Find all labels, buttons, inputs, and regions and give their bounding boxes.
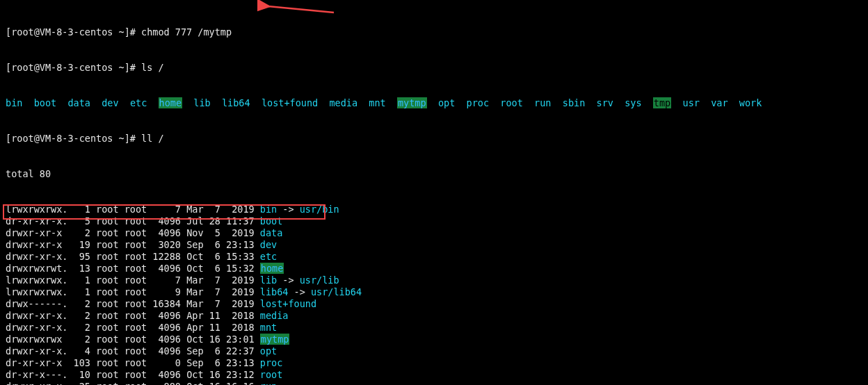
prompt-line-2: [root@VM-8-3-centos ~]# ls / <box>6 62 862 74</box>
ll-row: lrwxrwxrwx. 1 root root 7 Mar 7 2019 bin… <box>6 204 862 215</box>
ll-filename: home <box>260 263 284 274</box>
ll-row: lrwxrwxrwx. 1 root root 7 Mar 7 2019 lib… <box>6 275 862 286</box>
ls-item: mnt <box>369 97 385 108</box>
ls-item: etc <box>130 97 147 108</box>
ls-item: work <box>739 97 762 108</box>
prompt-line-3: [root@VM-8-3-centos ~]# ll / <box>6 133 862 145</box>
ll-filename: media <box>260 310 289 321</box>
ls-item: dev <box>102 97 118 108</box>
arrow-annotation-icon <box>257 0 341 18</box>
ls-item: sbin <box>563 97 586 108</box>
svg-line-1 <box>268 6 334 13</box>
ls-item: opt <box>438 97 455 108</box>
ll-row: drwxr-xr-x. 4 root root 4096 Sep 6 22:37… <box>6 345 862 357</box>
ls-item: tmp <box>653 97 671 108</box>
ll-row: dr-xr-xr-x. 5 root root 4096 Jul 28 11:3… <box>6 215 862 227</box>
ll-filename: lost+found <box>260 298 316 309</box>
ls-item: srv <box>597 97 613 108</box>
ls-item: home <box>159 97 183 108</box>
ls-item: proc <box>467 97 490 108</box>
ll-row: drwxr-xr-x. 95 root root 12288 Oct 6 15:… <box>6 251 862 263</box>
ll-filename: etc <box>260 251 277 262</box>
ll-filename: run <box>260 381 277 385</box>
ll-filename: lib <box>260 275 277 286</box>
ll-filename: mytmp <box>260 334 290 345</box>
ls-item: var <box>711 97 728 108</box>
ls-item: lib <box>193 97 210 108</box>
ll-filename: proc <box>260 357 283 368</box>
ll-row: drwx------. 2 root root 16384 Mar 7 2019… <box>6 298 862 310</box>
ll-row: drwxrwxrwt. 13 root root 4096 Oct 6 15:3… <box>6 263 862 275</box>
terminal-window[interactable]: [root@VM-8-3-centos ~]# chmod 777 /mytmp… <box>0 0 868 385</box>
ls-item: media <box>329 97 357 108</box>
ls-item: boot <box>34 97 57 108</box>
ll-row: lrwxrwxrwx. 1 root root 9 Mar 7 2019 lib… <box>6 286 862 298</box>
ls-item: bin <box>6 97 22 108</box>
ll-filename: mnt <box>260 322 277 333</box>
ls-item: lib64 <box>222 97 250 108</box>
ll-row: drwxr-xr-x. 2 root root 4096 Apr 11 2018… <box>6 310 862 322</box>
ll-filename: boot <box>260 215 283 227</box>
ll-filename: opt <box>260 345 277 357</box>
ls-item: data <box>67 97 90 108</box>
ll-filename: lib64 <box>260 286 289 297</box>
ll-filename: dev <box>260 239 277 250</box>
ls-item: usr <box>683 97 700 108</box>
prompt-line-1: [root@VM-8-3-centos ~]# chmod 777 /mytmp <box>6 26 862 38</box>
ls-item: root <box>500 97 523 108</box>
ll-row: drwxr-xr-x 2 root root 4096 Nov 5 2019 d… <box>6 227 862 239</box>
ll-row: drwxr-xr-x 19 root root 3020 Sep 6 23:13… <box>6 239 862 251</box>
ll-filename: root <box>260 369 283 380</box>
ll-filename: bin <box>260 204 277 215</box>
ll-row: dr-xr-xr-x 103 root root 0 Sep 6 23:13 p… <box>6 357 862 369</box>
ll-row: drwxr-xr-x 25 root root 880 Oct 16 16:16… <box>6 381 862 385</box>
ll-row: dr-xr-x---. 10 root root 4096 Oct 16 23:… <box>6 369 862 381</box>
ll-row: drwxrwxrwx 2 root root 4096 Oct 16 23:01… <box>6 334 862 345</box>
ls-output: bin boot data dev etc home lib lib64 los… <box>6 97 862 109</box>
ls-item: mytmp <box>397 97 427 108</box>
total-line: total 80 <box>6 168 862 180</box>
ll-filename: data <box>260 227 283 238</box>
ls-item: sys <box>625 97 641 108</box>
ls-item: run <box>534 97 551 108</box>
ls-item: lost+found <box>262 97 318 108</box>
ll-row: drwxr-xr-x. 2 root root 4096 Apr 11 2018… <box>6 322 862 334</box>
